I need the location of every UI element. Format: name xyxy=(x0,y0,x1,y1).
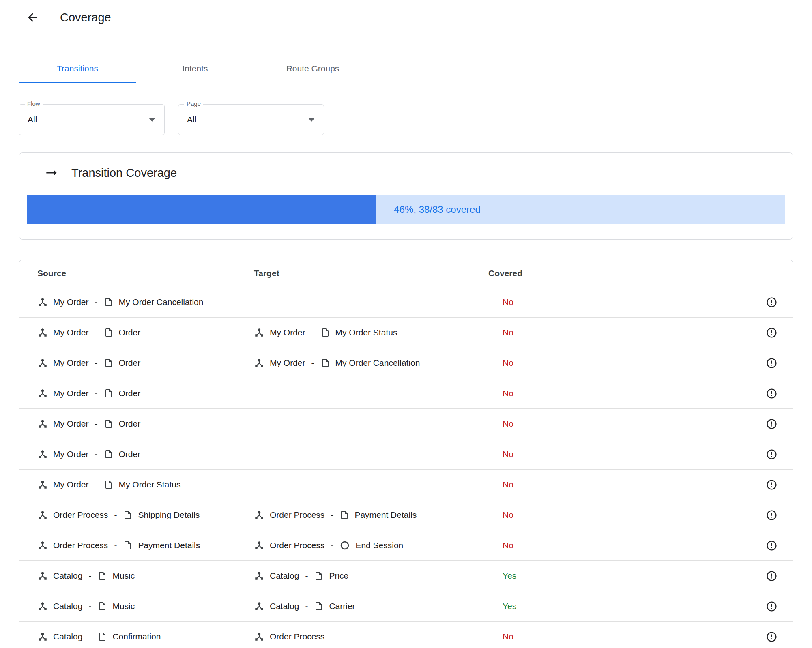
info-icon[interactable] xyxy=(766,601,778,612)
info-icon[interactable] xyxy=(766,631,778,643)
info-icon[interactable] xyxy=(766,509,778,521)
flow-icon xyxy=(37,358,48,368)
info-icon[interactable] xyxy=(766,448,778,460)
flow-page-entry: Order Process-End Session xyxy=(254,540,403,551)
page-select[interactable]: Page All xyxy=(178,104,324,135)
flow-page-entry: Order Process-Shipping Details xyxy=(37,510,200,520)
flow-page-entry: Catalog-Music xyxy=(37,601,135,612)
info-cell xyxy=(766,631,778,643)
info-icon[interactable] xyxy=(766,570,778,582)
flow-page-entry: My Order-Order xyxy=(37,358,140,368)
dash-separator: - xyxy=(305,601,308,611)
source-cell: My Order-Order xyxy=(19,358,254,368)
covered-value: No xyxy=(503,480,513,489)
coverage-progress-bar: 46%, 38/83 covered xyxy=(27,195,785,224)
flow-page-entry: My Order-Order xyxy=(37,327,140,338)
source-cell: Catalog-Confirmation xyxy=(19,631,254,642)
page-icon xyxy=(104,449,114,459)
flow-name: Order Process xyxy=(53,510,108,520)
page-icon xyxy=(104,297,114,307)
info-icon[interactable] xyxy=(766,418,778,430)
table-header-row: Source Target Covered xyxy=(19,260,793,287)
info-cell xyxy=(766,509,778,521)
source-cell: Order Process-Shipping Details xyxy=(19,510,254,520)
tab-intents[interactable]: Intents xyxy=(136,54,254,83)
tab-route-groups[interactable]: Route Groups xyxy=(254,54,372,83)
flow-icon xyxy=(37,540,48,551)
covered-value: No xyxy=(503,632,513,642)
flow-select-label: Flow xyxy=(25,100,43,107)
source-cell: My Order-My Order Status xyxy=(19,479,254,490)
info-icon[interactable] xyxy=(766,296,778,308)
covered-cell: No xyxy=(488,541,766,550)
flow-icon xyxy=(37,327,48,338)
source-cell: My Order-My Order Cancellation xyxy=(19,297,254,307)
table-row: Order Process-Payment DetailsOrder Proce… xyxy=(19,530,793,561)
covered-value: Yes xyxy=(503,601,516,611)
info-cell xyxy=(766,601,778,612)
page-icon xyxy=(314,601,324,611)
page-name: Price xyxy=(329,571,348,581)
flow-name: My Order xyxy=(53,388,89,398)
flow-page-entry: Order Process xyxy=(254,631,324,642)
tab-bar: Transitions Intents Route Groups xyxy=(19,54,812,83)
flow-name: My Order xyxy=(53,358,89,368)
page-select-label: Page xyxy=(184,100,203,107)
dash-separator: - xyxy=(331,510,333,520)
column-header-source: Source xyxy=(19,268,254,278)
covered-cell: No xyxy=(488,480,766,489)
table-row: Catalog-MusicCatalog-CarrierYes xyxy=(19,591,793,622)
covered-value: No xyxy=(503,358,513,368)
flow-page-entry: Catalog-Confirmation xyxy=(37,631,161,642)
page-icon xyxy=(104,388,114,398)
page-icon xyxy=(104,419,114,429)
flow-icon xyxy=(254,631,264,642)
covered-cell: No xyxy=(488,419,766,429)
flow-name: My Order xyxy=(270,328,305,337)
flow-page-entry: My Order-Order xyxy=(37,388,140,399)
page-name: Order xyxy=(119,388,141,398)
info-icon[interactable] xyxy=(766,357,778,369)
page-name: Payment Details xyxy=(138,541,200,550)
target-cell: My Order-My Order Cancellation xyxy=(254,358,488,368)
tab-label: Intents xyxy=(182,64,208,73)
page-icon xyxy=(104,358,114,368)
dash-separator: - xyxy=(88,571,91,581)
flow-page-entry: My Order-My Order Status xyxy=(254,327,397,338)
info-icon[interactable] xyxy=(766,327,778,339)
tab-transitions[interactable]: Transitions xyxy=(19,54,136,83)
back-button[interactable] xyxy=(24,9,41,26)
flow-icon xyxy=(37,601,48,612)
page-name: Shipping Details xyxy=(138,510,200,520)
flow-icon xyxy=(37,388,48,399)
flow-icon xyxy=(37,418,48,429)
page-icon xyxy=(97,571,107,581)
page-icon xyxy=(320,358,330,368)
page-name: Payment Details xyxy=(354,510,417,520)
info-icon[interactable] xyxy=(766,540,778,551)
page-icon xyxy=(123,510,133,520)
covered-cell: No xyxy=(488,328,766,337)
flow-name: My Order xyxy=(53,449,89,459)
flow-name: Catalog xyxy=(53,601,82,611)
table-row: My Order-OrderMy Order-My Order StatusNo xyxy=(19,318,793,348)
dash-separator: - xyxy=(95,388,98,398)
info-icon[interactable] xyxy=(766,388,778,399)
page-name: Order xyxy=(119,449,141,459)
arrow-back-icon xyxy=(26,11,39,24)
flow-page-entry: Order Process-Payment Details xyxy=(37,540,200,551)
dash-separator: - xyxy=(311,358,314,368)
covered-cell: No xyxy=(488,358,766,368)
target-cell: Catalog-Carrier xyxy=(254,601,488,612)
source-cell: Catalog-Music xyxy=(19,601,254,612)
flow-name: Catalog xyxy=(270,601,299,611)
page-icon xyxy=(97,632,107,642)
info-icon[interactable] xyxy=(766,479,778,491)
flow-name: My Order xyxy=(53,480,89,489)
info-cell xyxy=(766,388,778,399)
flow-page-entry: My Order-Order xyxy=(37,418,140,429)
tab-label: Transitions xyxy=(57,64,98,73)
dash-separator: - xyxy=(95,297,98,307)
page-icon xyxy=(314,571,324,581)
flow-select[interactable]: Flow All xyxy=(19,104,165,135)
